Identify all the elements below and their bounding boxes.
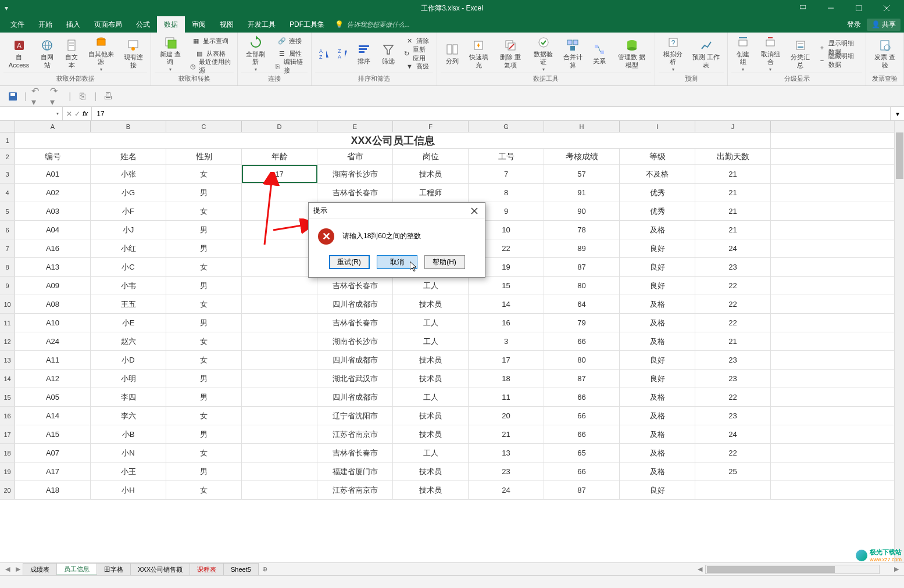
cell[interactable]: 技术员	[393, 351, 469, 369]
cell[interactable]: 20	[469, 407, 544, 425]
cell[interactable]: 小J	[91, 221, 166, 239]
cell[interactable]: 李六	[91, 407, 166, 425]
btn-flash-fill[interactable]: 快速填充	[465, 35, 492, 73]
cell[interactable]: 工人	[393, 314, 469, 332]
cell[interactable]	[242, 481, 317, 499]
row-header[interactable]: 5	[0, 202, 15, 220]
help-button[interactable]: 帮助(H)	[424, 255, 465, 269]
cell[interactable]: A12	[15, 370, 91, 388]
cell[interactable]: 女	[166, 481, 242, 499]
cell[interactable]: 64	[544, 295, 620, 313]
cell[interactable]: 工人	[393, 444, 469, 462]
cell[interactable]: 小F	[91, 202, 166, 220]
sheet-tab-sales[interactable]: XXX公司销售额	[130, 563, 190, 576]
cell[interactable]: 21	[695, 221, 771, 239]
cell[interactable]: 89	[544, 239, 620, 257]
qat-copy[interactable]: ⎘	[76, 89, 90, 103]
cell[interactable]: 14	[469, 295, 544, 313]
cell[interactable]: 四川省成都市	[317, 351, 393, 369]
cell[interactable]: A05	[15, 388, 91, 406]
tab-formula[interactable]: 公式	[129, 16, 157, 33]
cell[interactable]: 小D	[91, 351, 166, 369]
cell[interactable]	[242, 351, 317, 369]
cell[interactable]: 男	[166, 314, 242, 332]
cell[interactable]: 66	[544, 462, 620, 481]
column-header-I[interactable]: I	[620, 121, 695, 132]
cell[interactable]: 工人	[393, 332, 469, 350]
cell[interactable]: 女	[166, 202, 242, 220]
btn-sort[interactable]: 排序	[352, 35, 376, 73]
cell[interactable]: 15	[469, 277, 544, 295]
cell[interactable]: 男	[166, 221, 242, 239]
cell[interactable]: 男	[166, 388, 242, 406]
tab-view[interactable]: 视图	[213, 16, 241, 33]
header-cell[interactable]: 等级	[620, 149, 695, 164]
cell[interactable]	[242, 277, 317, 295]
share-button[interactable]: 👤 共享	[867, 19, 901, 31]
cell[interactable]: 78	[544, 221, 620, 239]
cell[interactable]: 赵六	[91, 332, 166, 350]
cell[interactable]: 及格	[620, 295, 695, 313]
cell[interactable]: 91	[544, 184, 620, 202]
cell[interactable]: 22	[695, 388, 771, 406]
cell[interactable]: 13	[469, 444, 544, 462]
btn-from-other[interactable]: 自其他来源▾	[84, 35, 118, 73]
cell[interactable]: 工程师	[393, 184, 469, 202]
qat-redo[interactable]: ↷ ▾	[50, 89, 64, 103]
cell[interactable]: 及格	[620, 425, 695, 443]
cell[interactable]: 小H	[91, 481, 166, 499]
title-merged-cell[interactable]: XXX公司员工信息	[15, 132, 771, 148]
maximize-button[interactable]	[846, 0, 871, 16]
column-header-B[interactable]: B	[91, 121, 166, 132]
cell[interactable]: 吉林省长春市	[317, 277, 393, 295]
row-header[interactable]: 3	[0, 165, 15, 183]
btn-sort-asc[interactable]: AZ	[315, 35, 333, 73]
cell[interactable]: 小E	[91, 314, 166, 332]
cell[interactable]: 66	[544, 332, 620, 350]
btn-invoice[interactable]: 发票 查验	[870, 35, 900, 73]
tab-review[interactable]: 审阅	[185, 16, 213, 33]
cell[interactable]: 小王	[91, 462, 166, 481]
cell[interactable]: A16	[15, 239, 91, 257]
cell[interactable]: 24	[695, 239, 771, 257]
cell[interactable]: 技术员	[393, 295, 469, 313]
btn-from-text[interactable]: 自文本	[60, 35, 83, 73]
btn-connections[interactable]: 🔗连接	[271, 35, 308, 48]
tab-file[interactable]: 文件	[3, 16, 31, 33]
sheet-tab-sheet5[interactable]: Sheet5	[223, 563, 259, 576]
btn-data-model[interactable]: 管理数 据模型	[612, 35, 651, 73]
btn-relationships[interactable]: 关系	[588, 35, 611, 73]
tab-insert[interactable]: 插入	[59, 16, 87, 33]
btn-new-query[interactable]: 新建 查询▾	[155, 35, 185, 73]
row-header[interactable]: 19	[0, 462, 15, 481]
column-header-E[interactable]: E	[317, 121, 393, 132]
header-cell[interactable]: 出勤天数	[695, 149, 771, 164]
cell[interactable]: 24	[469, 481, 544, 499]
cell[interactable]: 16	[469, 314, 544, 332]
cell[interactable]: 女	[166, 165, 242, 183]
cell[interactable]: 及格	[620, 388, 695, 406]
btn-whatif[interactable]: ?模拟分析▾	[659, 35, 687, 73]
expand-formula-bar[interactable]: ▾	[890, 107, 904, 120]
btn-sort-desc[interactable]: ZA	[334, 35, 351, 73]
cell[interactable]: 良好	[620, 277, 695, 295]
cell[interactable]: 23	[469, 462, 544, 481]
cell[interactable]: 李四	[91, 388, 166, 406]
btn-ungroup[interactable]: 取消组合▾	[756, 35, 784, 73]
cell[interactable]: 男	[166, 239, 242, 257]
login-link[interactable]: 登录	[847, 20, 861, 30]
btn-forecast[interactable]: 预测 工作表	[688, 35, 724, 73]
cell[interactable]	[242, 388, 317, 406]
cell[interactable]: 男	[166, 277, 242, 295]
column-header-J[interactable]: J	[695, 121, 771, 132]
cell[interactable]: 80	[544, 277, 620, 295]
cell[interactable]: 工人	[393, 388, 469, 406]
cell[interactable]: 87	[544, 370, 620, 388]
btn-filter[interactable]: 筛选	[377, 35, 400, 73]
cell[interactable]: 66	[544, 407, 620, 425]
cell[interactable]: 及格	[620, 462, 695, 481]
cell[interactable]: 23	[695, 370, 771, 388]
btn-from-web[interactable]: 自网站	[35, 35, 59, 73]
quick-access-save-icon[interactable]: ▾	[5, 4, 8, 12]
cell[interactable]: 及格	[620, 444, 695, 462]
